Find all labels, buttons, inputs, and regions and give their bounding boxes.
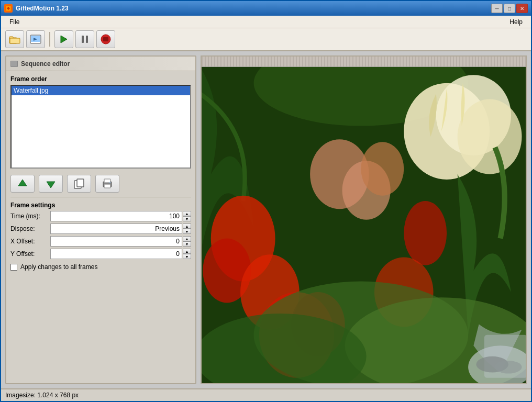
dispose-label: Dispose: <box>10 225 48 232</box>
menu-bar: File Help <box>1 16 531 28</box>
x-offset-spin-up[interactable]: ▲ <box>183 236 191 241</box>
x-offset-setting-row: X Offset: ▲ ▼ <box>10 236 191 247</box>
time-input[interactable] <box>50 211 182 221</box>
frame-list[interactable]: Waterfall.jpg <box>10 85 191 169</box>
title-bar: GiftedMotion 1.23 ─ □ ✕ <box>1 1 531 16</box>
close-button[interactable]: ✕ <box>516 4 528 13</box>
print-button[interactable] <box>95 175 119 193</box>
status-text: Imagesize: 1.024 x 768 px <box>5 392 79 399</box>
apply-row: Apply changes to all frames <box>10 263 191 271</box>
main-content: Sequence editor Frame order Waterfall.jp… <box>1 51 531 388</box>
svg-rect-8 <box>82 36 84 43</box>
frame-action-buttons <box>10 175 191 193</box>
dispose-spinner: ▲ ▼ <box>183 224 191 234</box>
preview-canvas <box>202 67 526 383</box>
dispose-input-wrap: ▲ ▼ <box>50 224 191 234</box>
x-offset-input-wrap: ▲ ▼ <box>50 236 191 247</box>
y-offset-setting-row: Y Offset: ▲ ▼ <box>10 249 191 259</box>
move-down-button[interactable] <box>39 175 63 193</box>
time-label: Time (ms): <box>10 213 48 220</box>
x-offset-input[interactable] <box>50 236 182 247</box>
dispose-setting-row: Dispose: ▲ ▼ <box>10 224 191 234</box>
y-offset-spin-up[interactable]: ▲ <box>183 249 191 254</box>
open-button[interactable] <box>5 30 24 48</box>
svg-rect-9 <box>86 36 88 43</box>
svg-rect-18 <box>104 184 110 188</box>
window-title: GiftedMotion 1.23 <box>16 5 491 12</box>
y-offset-input[interactable] <box>50 249 182 259</box>
svg-marker-7 <box>61 36 67 43</box>
preview-image-area <box>202 67 526 383</box>
dispose-spin-down[interactable]: ▼ <box>183 229 191 234</box>
dispose-input[interactable] <box>50 224 182 234</box>
maximize-button[interactable]: □ <box>504 4 515 13</box>
toolbar <box>1 28 531 51</box>
svg-rect-11 <box>103 37 108 41</box>
y-offset-spinner: ▲ ▼ <box>183 249 191 259</box>
x-offset-spin-down[interactable]: ▼ <box>183 241 191 247</box>
time-spin-up[interactable]: ▲ <box>183 211 191 216</box>
y-offset-input-wrap: ▲ ▼ <box>50 249 191 259</box>
status-bar: Imagesize: 1.024 x 768 px <box>1 388 531 401</box>
preview-header <box>202 57 526 67</box>
y-offset-label: Y Offset: <box>10 250 48 258</box>
app-icon <box>4 4 13 13</box>
svg-rect-19 <box>104 179 110 183</box>
time-setting-row: Time (ms): ▲ ▼ <box>10 211 191 221</box>
panel-body: Frame order Waterfall.jpg <box>6 71 195 383</box>
apply-all-label: Apply changes to all frames <box>20 263 97 271</box>
panel-header-icon <box>10 61 18 67</box>
svg-rect-3 <box>10 38 20 43</box>
x-offset-spinner: ▲ ▼ <box>183 236 191 247</box>
play-button[interactable] <box>54 30 73 48</box>
frame-settings-section: Frame settings Time (ms): ▲ ▼ Dispose: <box>10 197 191 271</box>
time-input-wrap: ▲ ▼ <box>50 211 191 221</box>
svg-rect-20 <box>109 182 110 183</box>
frame-order-label: Frame order <box>10 75 191 83</box>
time-spin-down[interactable]: ▼ <box>183 216 191 221</box>
window-controls: ─ □ ✕ <box>491 4 528 13</box>
dispose-spin-up[interactable]: ▲ <box>183 224 191 229</box>
svg-marker-12 <box>18 180 27 186</box>
panel-header: Sequence editor <box>6 57 195 71</box>
duplicate-button[interactable] <box>67 175 91 193</box>
svg-marker-13 <box>47 182 55 188</box>
minimize-button[interactable]: ─ <box>491 4 503 13</box>
preview-panel <box>201 55 527 384</box>
move-up-button[interactable] <box>10 175 35 193</box>
preview-button[interactable] <box>26 30 45 48</box>
toolbar-separator <box>49 32 50 47</box>
svg-rect-16 <box>77 180 83 186</box>
x-offset-label: X Offset: <box>10 238 48 245</box>
help-menu[interactable]: Help <box>505 17 527 27</box>
time-spinner: ▲ ▼ <box>183 211 191 221</box>
panel-title: Sequence editor <box>21 60 70 68</box>
apply-all-checkbox[interactable] <box>10 264 17 271</box>
pause-button[interactable] <box>75 30 94 48</box>
y-offset-spin-down[interactable]: ▼ <box>183 254 191 259</box>
main-window: GiftedMotion 1.23 ─ □ ✕ File Help <box>0 0 532 402</box>
frame-settings-label: Frame settings <box>10 202 191 209</box>
frame-order-section: Frame order Waterfall.jpg <box>10 75 191 169</box>
frame-list-item[interactable]: Waterfall.jpg <box>12 86 190 95</box>
sequence-editor-panel: Sequence editor Frame order Waterfall.jp… <box>5 55 196 384</box>
stop-button[interactable] <box>96 30 115 48</box>
file-menu[interactable]: File <box>5 17 24 27</box>
